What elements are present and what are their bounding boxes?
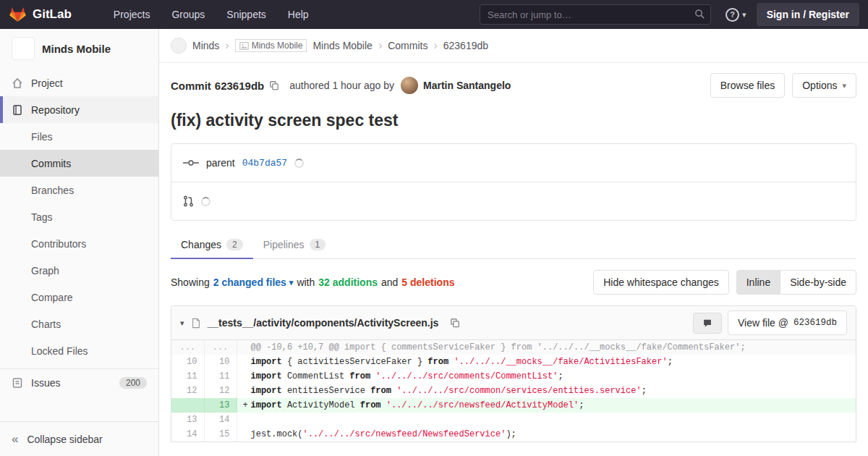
double-chevron-left-icon: «	[12, 432, 18, 447]
diff-line-row: 10 10 import { activitiesServiceFaker } …	[171, 355, 856, 369]
chevron-right-icon: ›	[433, 39, 437, 52]
broken-project-avatar: Minds Mobile	[235, 39, 307, 52]
author-name-link[interactable]: Martin Santangelo	[423, 80, 511, 91]
options-dropdown-button[interactable]: Options ▾	[792, 73, 856, 98]
search-input[interactable]	[480, 4, 711, 25]
broken-image-icon	[239, 41, 249, 51]
changed-files-label: 2 changed files	[213, 276, 286, 288]
old-line-number[interactable]: 14	[171, 427, 204, 442]
sidebar-item-project[interactable]: Project	[0, 69, 158, 96]
tab-changes[interactable]: Changes 2	[171, 231, 253, 259]
copy-commit-sha-button[interactable]	[268, 79, 281, 92]
sidebar-item-charts[interactable]: Charts	[0, 311, 158, 337]
diff-file-path: __tests__/activity/components/ActivitySc…	[208, 317, 439, 329]
commit-meta-box: parent 04b7da57	[171, 143, 856, 221]
view-file-button[interactable]: View file @ 623619db	[728, 311, 847, 335]
gitlab-tanuki-icon	[9, 6, 27, 23]
issues-count-badge: 200	[119, 377, 147, 389]
sign-in-register-button[interactable]: Sign in / Register	[757, 3, 859, 26]
breadcrumb: Minds › Minds Mobile Minds Mobile › Comm…	[159, 29, 868, 63]
sidebar-item-branches[interactable]: Branches	[0, 177, 158, 203]
changed-files-dropdown[interactable]: 2 changed files ▾	[213, 276, 294, 288]
new-line-number[interactable]: 11	[204, 369, 237, 384]
sidebar-item-tags[interactable]: Tags	[0, 203, 158, 230]
toggle-comments-button[interactable]	[693, 313, 722, 334]
old-line-number[interactable]: 10	[171, 355, 204, 369]
sidebar-item-label: Project	[31, 77, 63, 89]
comment-bubble-icon	[702, 318, 712, 328]
diff-file-actions: View file @ 623619db	[693, 311, 847, 335]
with-label: with	[297, 276, 315, 288]
commit-header: Commit 623619db authored 1 hour ago by M…	[159, 63, 868, 105]
parent-sha-link[interactable]: 04b7da57	[242, 158, 287, 169]
nav-item-help[interactable]: Help	[288, 9, 309, 20]
gitlab-logo-link[interactable]: GitLab	[9, 6, 72, 23]
sidebar-item-files[interactable]: Files	[0, 123, 158, 150]
chevron-down-icon: ▾	[842, 82, 846, 90]
commit-title: (fix) activity screen spec test	[171, 111, 856, 130]
broken-image-alt-text: Minds Mobile	[252, 41, 303, 51]
sidebar-item-label: Issues	[31, 377, 60, 389]
diff-code-cell: @@ -10,6 +10,7 @@ import { commentsServi…	[237, 340, 856, 355]
sidebar-item-compare[interactable]: Compare	[0, 284, 158, 311]
author-avatar[interactable]	[401, 77, 418, 94]
side-by-side-view-button[interactable]: Side-by-side	[780, 270, 856, 295]
sidebar-item-issues[interactable]: Issues 200	[0, 369, 158, 396]
breadcrumb-commits-link[interactable]: Commits	[388, 40, 427, 51]
project-name: Minds Mobile	[42, 43, 111, 55]
home-icon	[12, 77, 23, 89]
old-line-number[interactable]: 12	[171, 384, 204, 398]
commit-actions: Browse files Options ▾	[710, 73, 856, 98]
breadcrumb-group-link[interactable]: Minds	[192, 40, 219, 51]
group-avatar	[171, 38, 187, 54]
old-line-number[interactable]: 11	[171, 369, 204, 384]
copy-file-path-button[interactable]	[448, 316, 461, 329]
commit-label: Commit	[171, 80, 211, 92]
new-line-number[interactable]: 13	[204, 398, 237, 413]
project-context-header[interactable]: Minds Mobile	[0, 29, 158, 69]
help-dropdown[interactable]: ? ▾	[726, 8, 746, 22]
tab-count-badge: 1	[310, 239, 326, 250]
gitlab-logo-text: GitLab	[33, 7, 72, 22]
diff-code-cell: import { activitiesServiceFaker } from '…	[237, 355, 856, 369]
and-label: and	[381, 276, 398, 288]
nav-item-projects[interactable]: Projects	[114, 9, 150, 20]
search-icon[interactable]	[694, 9, 705, 20]
view-file-sha: 623619db	[793, 318, 837, 328]
breadcrumb-project-link[interactable]: Minds Mobile	[312, 40, 372, 51]
file-icon	[191, 318, 201, 329]
inline-view-button[interactable]: Inline	[736, 270, 780, 295]
sidebar-item-commits[interactable]: Commits	[0, 150, 158, 177]
old-line-number[interactable]: 13	[171, 413, 204, 427]
sidebar-item-locked-files[interactable]: Locked Files	[0, 337, 158, 364]
chevron-down-icon: ▾	[742, 11, 746, 19]
top-navbar: GitLab Projects Groups Snippets Help ? ▾…	[0, 0, 868, 29]
diff-hunk-row: ... ... @@ -10,6 +10,7 @@ import { comme…	[171, 340, 856, 355]
nav-item-snippets[interactable]: Snippets	[226, 9, 265, 20]
diff-view-toggle: Inline Side-by-side	[736, 270, 856, 295]
hide-whitespace-button[interactable]: Hide whitespace changes	[593, 270, 729, 295]
old-line-number: ...	[171, 340, 204, 355]
navbar-menu: Projects Groups Snippets Help	[114, 9, 309, 20]
copy-icon	[450, 318, 460, 328]
chevron-right-icon: ›	[378, 39, 382, 52]
collapse-sidebar-button[interactable]: « Collapse sidebar	[0, 421, 158, 456]
sidebar-item-graph[interactable]: Graph	[0, 257, 158, 284]
sidebar-item-contributors[interactable]: Contributors	[0, 230, 158, 257]
diff-code-cell: +import ActivityModel from '../../../src…	[237, 398, 856, 413]
new-line-number[interactable]: 14	[204, 413, 237, 427]
old-line-number[interactable]	[171, 398, 204, 413]
new-line-number[interactable]: 12	[204, 384, 237, 398]
sidebar-item-repository[interactable]: Repository	[0, 96, 158, 123]
copy-icon	[269, 80, 279, 90]
loading-spinner	[201, 197, 210, 206]
tab-pipelines[interactable]: Pipelines 1	[253, 231, 336, 259]
new-line-number[interactable]: 10	[204, 355, 237, 369]
deletions-count: 5 deletions	[401, 276, 454, 288]
repository-submenu: Files Commits Branches Tags Contributors…	[0, 123, 158, 364]
new-line-number: ...	[204, 340, 237, 355]
nav-item-groups[interactable]: Groups	[171, 9, 205, 20]
browse-files-button[interactable]: Browse files	[710, 73, 785, 98]
collapse-diff-caret-icon[interactable]: ▾	[180, 318, 184, 328]
new-line-number[interactable]: 15	[204, 427, 237, 442]
